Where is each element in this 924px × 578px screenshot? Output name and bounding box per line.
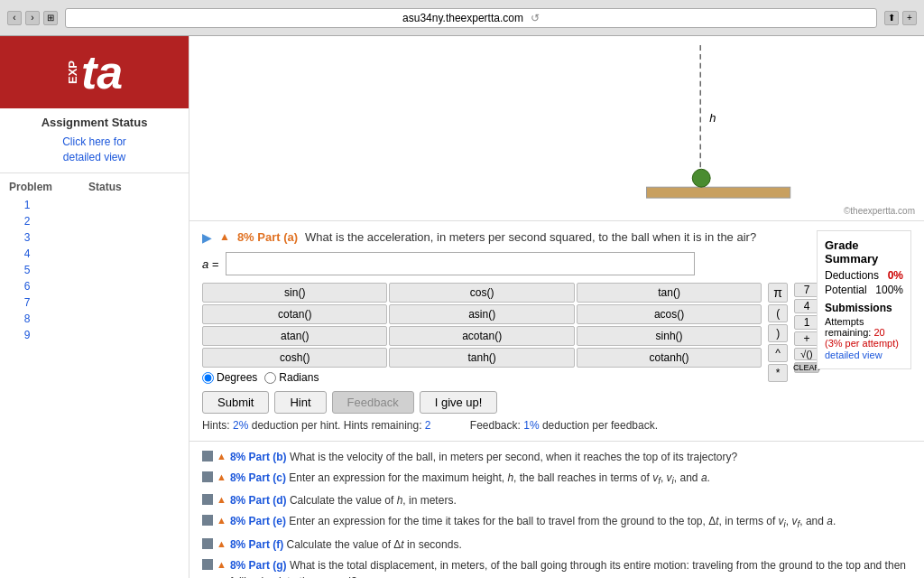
caret-button[interactable]: ^	[768, 344, 788, 362]
problem-col-header: Problem	[9, 181, 52, 193]
part-c-label: 8% Part (c)	[230, 471, 286, 484]
tanh-button[interactable]: tanh()	[389, 348, 574, 368]
part-e-text: Enter an expression for the time it take…	[289, 515, 836, 527]
input-label: a =	[202, 257, 218, 271]
part-b-label: 8% Part (b)	[230, 451, 287, 463]
status-col-header: Status	[88, 181, 122, 193]
address-bar[interactable]: asu34ny.theexpertta.com ↺	[65, 8, 877, 28]
igiveup-button[interactable]: I give up!	[420, 391, 498, 414]
problem-link-8[interactable]: 8	[9, 312, 45, 325]
share-button[interactable]: ⬆	[884, 11, 899, 25]
tan-button[interactable]: tan()	[577, 283, 762, 303]
list-item: ▲ 8% Part (c) Enter an expression for th…	[202, 470, 911, 488]
close-paren-button[interactable]: )	[768, 324, 788, 342]
acotan-button[interactable]: acotan()	[389, 326, 574, 346]
part-d-text: Calculate the value of h, in meters.	[290, 494, 457, 507]
part-g-text: What is the total displacement, in meter…	[230, 559, 906, 578]
copyright-text: ©theexpertta.com	[844, 206, 915, 216]
problem-link-2[interactable]: 2	[9, 215, 45, 228]
part-f-label: 8% Part (f)	[230, 538, 283, 551]
problem-link-3[interactable]: 3	[9, 231, 45, 244]
sinh-button[interactable]: sinh()	[577, 326, 762, 346]
hints-deduction-text: deduction per hint. Hints remaining:	[252, 419, 425, 432]
clear-button[interactable]: CLEAR	[794, 362, 819, 373]
part-g-label: 8% Part (g)	[230, 559, 287, 572]
hints-label: Hints:	[202, 419, 233, 432]
feedback-deduction-text: deduction per feedback.	[542, 419, 658, 432]
list-item: 4	[9, 246, 180, 262]
sin-button[interactable]: sin()	[202, 283, 387, 303]
cosh-button[interactable]: cosh()	[202, 348, 387, 368]
problem-link-4[interactable]: 4	[9, 247, 45, 260]
feedback-deduction-link[interactable]: 1%	[523, 419, 539, 432]
part-f-text: Calculate the value of Δt in seconds.	[287, 538, 462, 551]
back-button[interactable]: ‹	[7, 11, 22, 25]
svg-text:h: h	[709, 111, 716, 125]
problem-link-5[interactable]: 5	[9, 264, 45, 276]
pi-button[interactable]: π	[768, 283, 788, 303]
hints-remaining-link[interactable]: 2	[425, 419, 431, 432]
degrees-radio-label[interactable]: Degrees	[202, 371, 257, 384]
num4-button[interactable]: 4	[794, 299, 819, 313]
num7-button[interactable]: 7	[794, 283, 819, 297]
list-item: 5	[9, 262, 180, 278]
list-item: 1	[9, 197, 180, 213]
radians-radio[interactable]	[264, 372, 276, 384]
grade-summary-title: Grade Summary	[825, 238, 903, 266]
svg-point-6	[692, 169, 710, 187]
open-paren-button[interactable]: (	[768, 304, 788, 322]
multiply-button[interactable]: *	[768, 364, 788, 382]
click-here-link[interactable]: Click here fordetailed view	[62, 135, 126, 163]
per-attempt-text: (3% per attempt)	[825, 338, 903, 349]
new-tab-button[interactable]: ⊞	[43, 11, 58, 25]
part-label: 8% Part (a)	[237, 230, 298, 244]
feedback-button[interactable]: Feedback	[332, 391, 414, 414]
hints-deduction-link[interactable]: 2%	[233, 419, 248, 432]
grade-summary: Grade Summary Deductions 0% Potential 10…	[817, 230, 911, 369]
special-buttons: π ( ) ^ *	[768, 283, 788, 384]
calculator: sin() cos() tan() cotan() asin() acos() …	[202, 283, 911, 384]
problem-link-6[interactable]: 6	[9, 280, 45, 293]
radians-radio-label[interactable]: Radians	[264, 371, 319, 384]
list-item: ▲ 8% Part (b) What is the velocity of th…	[202, 449, 911, 465]
attempts-row: Attempts remaining: 20	[825, 316, 903, 338]
num1-button[interactable]: 1	[794, 315, 819, 330]
problem-list: Problem Status 1 2 3 4 5 6 7 8 9	[0, 173, 189, 350]
deductions-label: Deductions	[825, 269, 879, 282]
part-warning-icon: ▲	[217, 492, 226, 508]
answer-input[interactable]	[226, 252, 695, 275]
list-item: ▲ 8% Part (d) Calculate the value of h, …	[202, 492, 911, 508]
problem-link-1[interactable]: 1	[9, 199, 45, 211]
asin-button[interactable]: asin()	[389, 304, 574, 324]
cotan-button[interactable]: cotan()	[202, 304, 387, 324]
diagram-area: x h ©theexpertta.com	[189, 36, 924, 221]
plus-button[interactable]: +	[794, 331, 819, 346]
cotanh-button[interactable]: cotanh()	[577, 348, 762, 368]
problem-link-9[interactable]: 9	[9, 329, 45, 341]
part-icon	[202, 538, 213, 549]
degrees-radio[interactable]	[202, 372, 214, 384]
browser-right-controls: ⬆ +	[884, 11, 917, 25]
atan-button[interactable]: atan()	[202, 326, 387, 346]
forward-button[interactable]: ›	[25, 11, 40, 25]
part-warning-icon: ▲	[217, 536, 226, 552]
cos-button[interactable]: cos()	[389, 283, 574, 303]
sqrt-button[interactable]: √()	[794, 348, 819, 360]
grade-detailed-link[interactable]: detailed view	[825, 350, 882, 360]
problem-link-7[interactable]: 7	[9, 296, 45, 309]
hint-button[interactable]: Hint	[274, 391, 326, 414]
deductions-row: Deductions 0%	[825, 269, 903, 282]
refresh-icon[interactable]: ↺	[531, 12, 540, 24]
logo-ta: ta	[81, 49, 123, 96]
submit-button[interactable]: Submit	[202, 391, 269, 414]
exp-label: EXP	[66, 61, 79, 84]
part-warning-icon: ▲	[217, 557, 226, 573]
sidebar-logo: EXP ta	[0, 36, 189, 108]
trig-buttons-row2: cotan() asin() acos()	[202, 304, 762, 324]
part-icon	[202, 494, 213, 505]
acos-button[interactable]: acos()	[577, 304, 762, 324]
part-warning-icon: ▲	[217, 513, 226, 528]
question-header: ▶ ▲ 8% Part (a) What is the acceleration…	[202, 230, 911, 245]
submissions-title: Submissions	[825, 302, 903, 314]
add-bookmark-button[interactable]: +	[902, 11, 917, 25]
